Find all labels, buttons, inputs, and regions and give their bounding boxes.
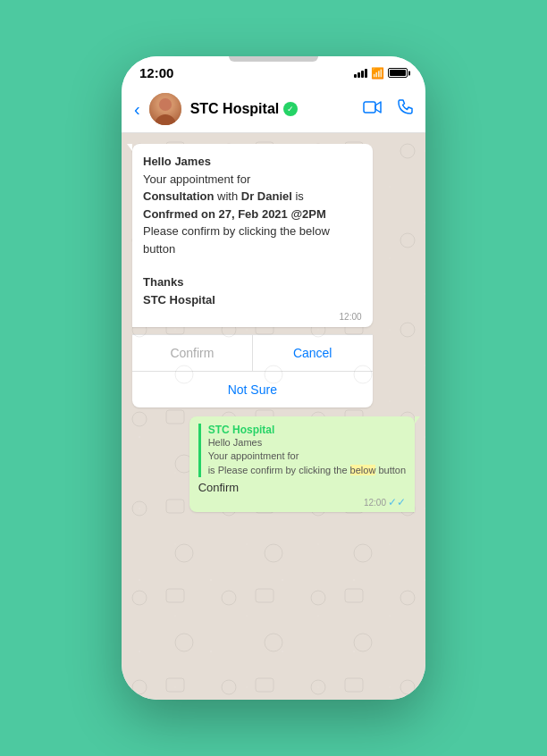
not-sure-button[interactable]: Not Sure [132,371,373,407]
status-time: 12:00 [139,65,173,80]
hospital-name: STC Hospital [143,293,215,307]
back-button[interactable]: ‹ [134,99,140,120]
greeting: Hello James [143,155,211,168]
chat-area: Hello James Your appointment for Consult… [122,133,425,700]
confirm-button[interactable]: Confirm [132,335,253,371]
outgoing-text: Confirm [198,481,406,494]
message-time: 12:00 [143,312,362,322]
thanks: Thanks [143,275,184,289]
cancel-button[interactable]: Cancel [253,335,373,371]
signal-icon [354,69,367,78]
phone-call-icon[interactable] [397,99,413,120]
verified-badge: ✓ [283,102,298,116]
confirmation-line: Confrmed on 27, Feb 2021 @2PM [143,207,326,221]
contact-name: STC Hospital [190,101,280,117]
double-tick-icon: ✓✓ [388,496,406,508]
status-icons: 📶 [354,67,408,80]
preview-line2: Your appointment for [208,450,299,461]
line1: Your appointment for [143,172,250,186]
header-actions [363,99,413,120]
preview-line1: Hello James [208,437,263,448]
phone-frame: 12:00 📶 ‹ STC Hospital ✓ [122,56,425,700]
avatar [149,93,181,125]
chat-header: ‹ STC Hospital ✓ [122,86,425,133]
header-name-area: STC Hospital ✓ [190,101,354,117]
consultation-label: Consultation with Dr Daniel is [143,189,304,203]
notch [229,56,318,62]
svg-rect-0 [364,102,375,113]
outgoing-message-bubble: STC Hospital Hello James Your appointmen… [189,416,415,512]
thanks-block: Thanks STC Hospital [143,273,362,308]
outgoing-message-wrapper: STC Hospital Hello James Your appointmen… [132,416,415,512]
incoming-message-bubble: Hello James Your appointment for Consult… [132,144,373,327]
avatar-image [149,93,181,125]
preview-line3: is Please confirm by clicking the below … [208,465,406,475]
reply-preview: STC Hospital Hello James Your appointmen… [198,424,406,477]
instruction-line: Please confirm by clicking the below but… [143,224,330,256]
outgoing-time: 12:00 ✓✓ [198,496,406,508]
quick-replies-container: Confirm Cancel Not Sure [132,334,373,407]
message-text: Hello James Your appointment for Consult… [143,153,362,257]
incoming-message-block: Hello James Your appointment for Consult… [132,144,415,407]
video-call-icon[interactable] [363,100,383,119]
reply-preview-text: Hello James Your appointment for is Plea… [208,436,406,477]
wifi-icon: 📶 [371,67,384,80]
reply-preview-name: STC Hospital [208,424,406,436]
battery-icon [388,68,408,78]
quick-reply-row-1: Confirm Cancel [132,334,373,371]
